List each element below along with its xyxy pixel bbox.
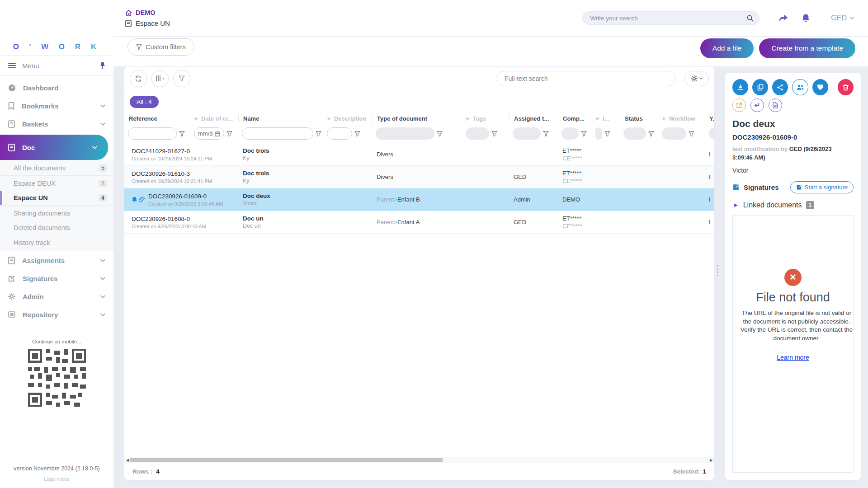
table-row-selected[interactable]: DOC230926-01609-0Created on 9/26/2023 3:… [124,188,714,211]
share-button[interactable] [772,79,788,95]
funnel-icon[interactable] [581,131,587,136]
filter-workflow-select[interactable] [662,127,686,140]
funnel-icon[interactable] [437,131,443,136]
fulltext-search-input[interactable] [505,75,668,82]
table-row[interactable]: DOC230926-01608-0Created on 9/26/2023 3:… [124,211,714,234]
legal-notice-link[interactable]: Legal notice [0,476,113,482]
sidebar-item-espace-un[interactable]: Espace UN 4 [0,191,113,206]
filter-button[interactable] [173,70,190,87]
filter-y-select[interactable] [709,127,714,140]
column-header-workflow[interactable]: ▶Workflow [658,115,708,122]
user-menu[interactable]: GED [831,14,854,22]
horizontal-scrollbar[interactable]: ◀ ▶ [125,457,714,463]
column-header-tags[interactable]: ▶Tags [462,115,509,122]
funnel-icon[interactable] [604,131,610,136]
favorite-button[interactable] [812,79,828,95]
learn-more-link[interactable]: Learn more [777,354,809,361]
document-properties-button[interactable] [769,99,782,112]
sidebar-item-all-documents[interactable]: All the documents 5 [0,161,113,176]
sidebar-item-bookmarks[interactable]: Bookmarks [0,97,113,115]
start-signature-button[interactable]: Start a signature [790,181,854,193]
scroll-right-arrow[interactable]: ▶ [708,457,714,463]
panel-resize-handle[interactable] [717,265,718,278]
sidebar-item-admin[interactable]: Admin [0,287,113,305]
search-icon[interactable] [746,14,754,22]
filter-tags-select[interactable] [466,127,489,140]
share-forward-icon[interactable] [778,14,788,23]
expand-column-icon[interactable]: ▶ [467,116,470,121]
funnel-icon[interactable] [316,131,321,136]
columns-button[interactable]: ▾ [151,70,169,87]
column-header-name[interactable]: Name [238,114,323,122]
column-header-y[interactable]: Y... [708,114,714,122]
refresh-button[interactable] [130,70,147,87]
global-search[interactable] [582,11,760,25]
custom-filters-button[interactable]: Custom filters [127,38,194,56]
sidebar-item-espace-deux[interactable]: Espace DEUX 1 [0,176,113,191]
expand-column-icon[interactable]: ▶ [663,116,666,121]
sidebar-item-deleted-documents[interactable]: Deleted documents [0,221,113,235]
pin-icon[interactable] [100,62,105,69]
copy-button[interactable] [752,79,768,95]
funnel-icon[interactable] [179,131,185,136]
scrollbar-thumb[interactable] [130,458,443,462]
funnel-icon[interactable] [543,131,549,136]
delete-button[interactable] [838,79,854,95]
filter-type-select[interactable] [376,127,434,140]
sidebar-item-baskets[interactable]: Baskets [0,115,113,133]
column-header-company[interactable]: Comp... [558,114,592,122]
expand-column-icon[interactable]: ▶ [328,116,331,121]
sidebar-item-repository[interactable]: Repository [0,305,113,324]
sidebar-menu-toggle[interactable]: Menu [0,55,113,76]
users-button[interactable] [792,79,808,95]
funnel-icon[interactable] [648,131,654,136]
filter-company-select[interactable] [561,127,579,140]
funnel-icon[interactable] [226,131,232,136]
breadcrumb-space[interactable]: Espace UN [125,19,170,27]
download-button[interactable] [732,79,748,95]
sidebar-item-dashboard[interactable]: Dashboard [0,79,113,97]
filter-name-input[interactable] [242,127,313,140]
create-template-button[interactable]: Create from a template [759,38,855,58]
funnel-icon[interactable] [354,131,360,136]
file-not-found-title: File not found [739,291,847,305]
table-settings-button[interactable] [684,71,709,86]
sidebar-item-signatures[interactable]: Signatures [0,269,113,287]
global-search-input[interactable] [590,15,746,22]
expand-column-icon[interactable]: ▶ [596,116,599,121]
calendar-icon[interactable] [215,131,220,136]
column-header-assigned[interactable]: Assigned t... [509,114,558,122]
column-header-reference[interactable]: Reference [124,115,190,122]
expand-column-icon[interactable]: ▶ [195,116,198,121]
funnel-icon[interactable] [689,131,694,136]
sidebar-item-doc[interactable]: Doc [0,135,108,160]
table-row[interactable]: DOC241029-01627-0Created on 10/29/2024 1… [124,143,714,166]
column-header-type[interactable]: Type of document [372,114,462,122]
sidebar-item-sharing-documents[interactable]: Sharing documents [0,206,113,221]
linked-documents-toggle[interactable]: ▶ Linked documents 1 [732,201,854,209]
notifications-bell-icon[interactable] [802,14,810,23]
filter-date-input[interactable]: mm/d [194,127,224,140]
breadcrumb-app[interactable]: DEMO [125,9,170,16]
filter-i-select[interactable] [595,127,602,140]
column-header-status[interactable]: Status [620,114,658,122]
filter-assigned-select[interactable] [513,127,541,140]
fulltext-search[interactable] [497,71,675,86]
signatures-label: Signatures [744,183,779,191]
add-file-button[interactable]: Add a file [700,38,754,58]
column-header-date[interactable]: ▶Date of cr... [190,115,238,122]
return-button[interactable]: ↵ [750,99,764,112]
open-external-button[interactable] [732,99,746,112]
tab-all[interactable]: All : 4 [130,96,159,108]
sidebar-item-history-track[interactable]: History track [0,235,113,250]
scroll-left-arrow[interactable]: ◀ [125,457,130,463]
document-detail-panel: ↵ Doc deux DOC230926-01609-0 last modifi… [725,73,861,480]
filter-reference-input[interactable] [128,127,177,140]
filter-description-input[interactable] [327,127,352,140]
sidebar-item-assignments[interactable]: Assignments [0,251,113,269]
filter-status-select[interactable] [623,127,646,140]
column-header-description[interactable]: ▶Description [323,115,372,122]
funnel-icon[interactable] [491,131,497,136]
table-row[interactable]: DOC230926-01610-3Created on 10/29/2024 1… [124,166,714,188]
column-header-i[interactable]: ▶I... [592,115,620,122]
